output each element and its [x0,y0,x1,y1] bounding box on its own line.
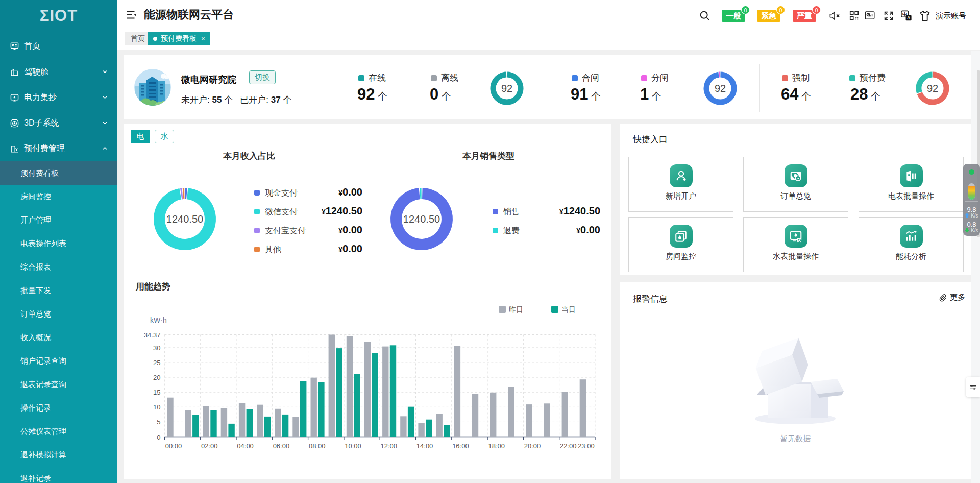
svg-text:08:00: 08:00 [309,442,326,450]
svg-text:23:00: 23:00 [578,442,595,450]
svg-text:20:00: 20:00 [524,442,541,450]
svg-text:20: 20 [153,374,160,381]
svg-text:92: 92 [927,83,938,94]
svg-text:昨日: 昨日 [509,305,523,313]
svg-text:A: A [907,15,911,20]
svg-text:34.37: 34.37 [144,331,161,339]
svg-text:25: 25 [153,359,160,367]
svg-text:02:00: 02:00 [201,442,218,450]
svg-text:92: 92 [501,83,512,94]
svg-text:16:00: 16:00 [452,442,469,450]
svg-text:10: 10 [153,403,160,411]
svg-text:92: 92 [715,83,726,94]
svg-text:22:00: 22:00 [560,442,577,450]
svg-text:30: 30 [153,344,160,352]
svg-text:18:00: 18:00 [488,442,505,450]
svg-text:当日: 当日 [561,305,576,313]
svg-text:06:00: 06:00 [273,442,290,450]
svg-text:15: 15 [153,389,160,396]
svg-text:kW·h: kW·h [150,316,167,324]
svg-text:04:00: 04:00 [237,442,254,450]
svg-text:14:00: 14:00 [416,442,433,450]
svg-text:1240.50: 1240.50 [166,213,203,225]
svg-text:1240.50: 1240.50 [403,213,440,225]
svg-text:5: 5 [157,418,160,426]
svg-text:00:00: 00:00 [165,442,182,450]
svg-text:0: 0 [157,433,160,441]
svg-text:10:00: 10:00 [345,442,361,450]
svg-text:12:00: 12:00 [381,442,398,450]
